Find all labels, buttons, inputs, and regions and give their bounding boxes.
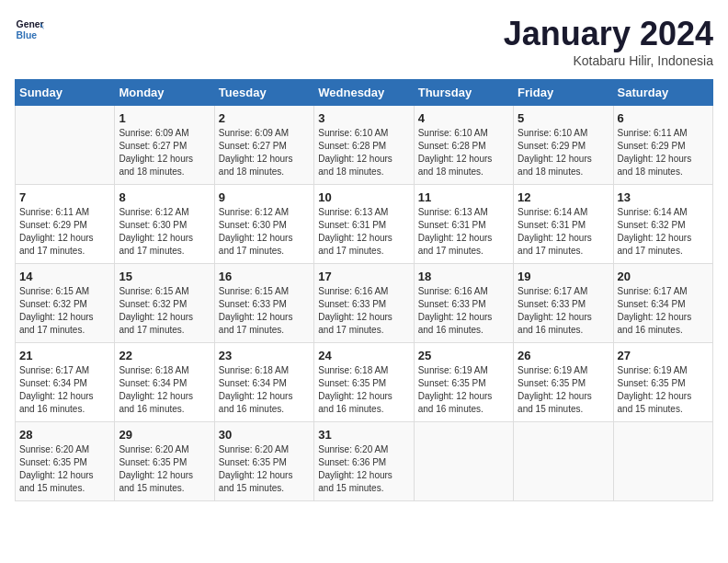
day-info: Sunrise: 6:18 AM Sunset: 6:34 PM Dayligh… <box>219 364 310 416</box>
calendar-cell: 21Sunrise: 6:17 AM Sunset: 6:34 PM Dayli… <box>16 343 115 422</box>
calendar-cell: 9Sunrise: 6:12 AM Sunset: 6:30 PM Daylig… <box>214 185 313 264</box>
calendar-cell <box>514 422 613 501</box>
logo: General Blue <box>15 15 44 44</box>
calendar-cell: 19Sunrise: 6:17 AM Sunset: 6:33 PM Dayli… <box>514 264 613 343</box>
month-title: January 2024 <box>504 15 713 53</box>
day-info: Sunrise: 6:18 AM Sunset: 6:35 PM Dayligh… <box>318 364 409 416</box>
calendar-week-row: 28Sunrise: 6:20 AM Sunset: 6:35 PM Dayli… <box>16 422 713 501</box>
day-info: Sunrise: 6:15 AM Sunset: 6:32 PM Dayligh… <box>19 285 110 337</box>
day-number: 5 <box>518 111 609 125</box>
calendar-week-row: 1Sunrise: 6:09 AM Sunset: 6:27 PM Daylig… <box>16 106 713 185</box>
day-number: 20 <box>618 270 709 283</box>
day-number: 7 <box>19 190 110 204</box>
day-info: Sunrise: 6:11 AM Sunset: 6:29 PM Dayligh… <box>618 127 709 178</box>
calendar-cell: 3Sunrise: 6:10 AM Sunset: 6:28 PM Daylig… <box>314 106 414 185</box>
day-header-thursday: Thursday <box>414 80 513 106</box>
day-number: 8 <box>119 190 210 204</box>
day-number: 9 <box>219 190 310 204</box>
calendar-cell: 29Sunrise: 6:20 AM Sunset: 6:35 PM Dayli… <box>115 422 214 501</box>
day-number: 23 <box>219 349 310 362</box>
day-number: 31 <box>318 428 409 442</box>
day-info: Sunrise: 6:14 AM Sunset: 6:31 PM Dayligh… <box>518 206 609 258</box>
day-info: Sunrise: 6:17 AM Sunset: 6:33 PM Dayligh… <box>518 285 609 337</box>
calendar-header-row: SundayMondayTuesdayWednesdayThursdayFrid… <box>16 80 713 106</box>
day-number: 28 <box>19 428 110 442</box>
calendar-cell: 23Sunrise: 6:18 AM Sunset: 6:34 PM Dayli… <box>214 343 313 422</box>
day-number: 14 <box>19 270 110 283</box>
calendar-cell: 11Sunrise: 6:13 AM Sunset: 6:31 PM Dayli… <box>414 185 513 264</box>
calendar-table: SundayMondayTuesdayWednesdayThursdayFrid… <box>15 79 713 501</box>
title-block: January 2024 Kotabaru Hilir, Indonesia <box>504 15 713 68</box>
calendar-cell: 25Sunrise: 6:19 AM Sunset: 6:35 PM Dayli… <box>414 343 513 422</box>
day-number: 19 <box>518 270 609 283</box>
day-number: 10 <box>318 190 409 204</box>
day-info: Sunrise: 6:20 AM Sunset: 6:36 PM Dayligh… <box>318 443 409 495</box>
calendar-week-row: 7Sunrise: 6:11 AM Sunset: 6:29 PM Daylig… <box>16 185 713 264</box>
day-info: Sunrise: 6:16 AM Sunset: 6:33 PM Dayligh… <box>418 285 509 337</box>
day-info: Sunrise: 6:20 AM Sunset: 6:35 PM Dayligh… <box>219 443 310 495</box>
calendar-cell <box>613 422 712 501</box>
calendar-cell: 13Sunrise: 6:14 AM Sunset: 6:32 PM Dayli… <box>613 185 712 264</box>
day-info: Sunrise: 6:12 AM Sunset: 6:30 PM Dayligh… <box>219 206 310 258</box>
day-info: Sunrise: 6:19 AM Sunset: 6:35 PM Dayligh… <box>418 364 509 416</box>
day-number: 29 <box>119 428 210 442</box>
day-number: 18 <box>418 270 509 283</box>
day-header-friday: Friday <box>514 80 613 106</box>
calendar-cell: 7Sunrise: 6:11 AM Sunset: 6:29 PM Daylig… <box>16 185 115 264</box>
svg-text:General: General <box>17 19 44 29</box>
calendar-cell <box>16 106 115 185</box>
day-info: Sunrise: 6:14 AM Sunset: 6:32 PM Dayligh… <box>618 206 709 258</box>
day-info: Sunrise: 6:16 AM Sunset: 6:33 PM Dayligh… <box>318 285 409 337</box>
day-info: Sunrise: 6:10 AM Sunset: 6:29 PM Dayligh… <box>518 127 609 178</box>
calendar-week-row: 21Sunrise: 6:17 AM Sunset: 6:34 PM Dayli… <box>16 343 713 422</box>
day-number: 24 <box>318 349 409 362</box>
day-number: 3 <box>318 111 409 125</box>
day-number: 4 <box>418 111 509 125</box>
day-number: 2 <box>219 111 310 125</box>
day-number: 17 <box>318 270 409 283</box>
day-number: 30 <box>219 428 310 442</box>
day-info: Sunrise: 6:09 AM Sunset: 6:27 PM Dayligh… <box>219 127 310 178</box>
day-header-monday: Monday <box>115 80 214 106</box>
day-info: Sunrise: 6:15 AM Sunset: 6:32 PM Dayligh… <box>119 285 210 337</box>
day-info: Sunrise: 6:20 AM Sunset: 6:35 PM Dayligh… <box>119 443 210 495</box>
day-number: 6 <box>618 111 709 125</box>
calendar-week-row: 14Sunrise: 6:15 AM Sunset: 6:32 PM Dayli… <box>16 264 713 343</box>
day-info: Sunrise: 6:17 AM Sunset: 6:34 PM Dayligh… <box>618 285 709 337</box>
day-info: Sunrise: 6:20 AM Sunset: 6:35 PM Dayligh… <box>19 443 110 495</box>
calendar-cell <box>414 422 513 501</box>
day-header-sunday: Sunday <box>16 80 115 106</box>
day-number: 21 <box>19 349 110 362</box>
day-info: Sunrise: 6:19 AM Sunset: 6:35 PM Dayligh… <box>618 364 709 416</box>
calendar-cell: 10Sunrise: 6:13 AM Sunset: 6:31 PM Dayli… <box>314 185 414 264</box>
calendar-cell: 12Sunrise: 6:14 AM Sunset: 6:31 PM Dayli… <box>514 185 613 264</box>
day-info: Sunrise: 6:15 AM Sunset: 6:33 PM Dayligh… <box>219 285 310 337</box>
day-number: 25 <box>418 349 509 362</box>
day-number: 27 <box>618 349 709 362</box>
day-info: Sunrise: 6:12 AM Sunset: 6:30 PM Dayligh… <box>119 206 210 258</box>
day-info: Sunrise: 6:13 AM Sunset: 6:31 PM Dayligh… <box>318 206 409 258</box>
calendar-cell: 5Sunrise: 6:10 AM Sunset: 6:29 PM Daylig… <box>514 106 613 185</box>
calendar-cell: 31Sunrise: 6:20 AM Sunset: 6:36 PM Dayli… <box>314 422 414 501</box>
calendar-cell: 24Sunrise: 6:18 AM Sunset: 6:35 PM Dayli… <box>314 343 414 422</box>
day-number: 15 <box>119 270 210 283</box>
calendar-cell: 2Sunrise: 6:09 AM Sunset: 6:27 PM Daylig… <box>214 106 313 185</box>
day-info: Sunrise: 6:10 AM Sunset: 6:28 PM Dayligh… <box>418 127 509 178</box>
calendar-cell: 28Sunrise: 6:20 AM Sunset: 6:35 PM Dayli… <box>16 422 115 501</box>
calendar-cell: 18Sunrise: 6:16 AM Sunset: 6:33 PM Dayli… <box>414 264 513 343</box>
day-number: 16 <box>219 270 310 283</box>
day-info: Sunrise: 6:13 AM Sunset: 6:31 PM Dayligh… <box>418 206 509 258</box>
location-subtitle: Kotabaru Hilir, Indonesia <box>504 53 713 68</box>
day-info: Sunrise: 6:11 AM Sunset: 6:29 PM Dayligh… <box>19 206 110 258</box>
day-number: 12 <box>518 190 609 204</box>
day-header-tuesday: Tuesday <box>214 80 313 106</box>
day-header-wednesday: Wednesday <box>314 80 414 106</box>
day-number: 1 <box>119 111 210 125</box>
calendar-cell: 1Sunrise: 6:09 AM Sunset: 6:27 PM Daylig… <box>115 106 214 185</box>
calendar-cell: 6Sunrise: 6:11 AM Sunset: 6:29 PM Daylig… <box>613 106 712 185</box>
calendar-cell: 22Sunrise: 6:18 AM Sunset: 6:34 PM Dayli… <box>115 343 214 422</box>
calendar-cell: 30Sunrise: 6:20 AM Sunset: 6:35 PM Dayli… <box>214 422 313 501</box>
day-info: Sunrise: 6:18 AM Sunset: 6:34 PM Dayligh… <box>119 364 210 416</box>
day-info: Sunrise: 6:10 AM Sunset: 6:28 PM Dayligh… <box>318 127 409 178</box>
calendar-cell: 16Sunrise: 6:15 AM Sunset: 6:33 PM Dayli… <box>214 264 313 343</box>
